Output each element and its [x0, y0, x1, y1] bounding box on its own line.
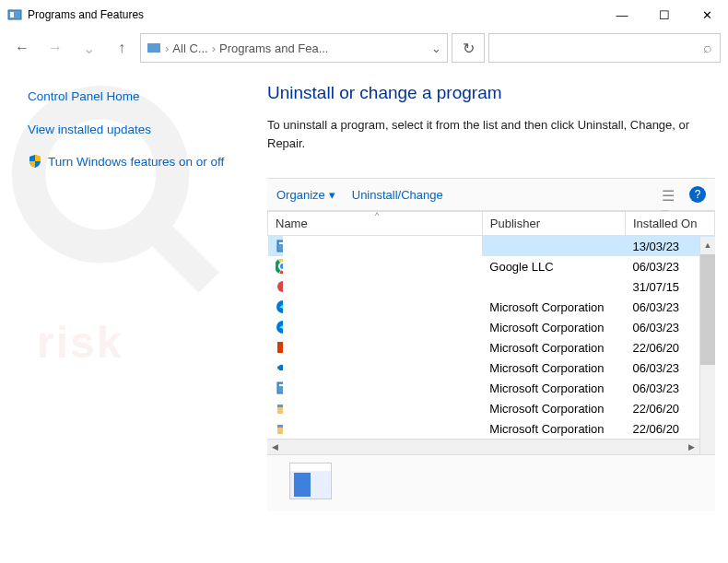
preview-pane — [267, 454, 715, 511]
svg-rect-15 — [277, 342, 283, 353]
breadcrumb-1[interactable]: All C... — [172, 41, 207, 55]
svg-rect-21 — [277, 425, 283, 428]
svg-rect-5 — [277, 240, 283, 252]
program-icon — [276, 239, 283, 253]
column-publisher[interactable]: Publisher — [482, 212, 625, 236]
svg-point-12 — [277, 281, 283, 292]
up-button[interactable]: ↑ — [107, 33, 136, 63]
minimize-button[interactable]: — — [601, 0, 643, 29]
program-icon — [276, 340, 283, 355]
program-icon — [276, 279, 283, 294]
page-description: To uninstall a program, select it from t… — [267, 116, 715, 152]
close-button[interactable]: ✕ — [686, 0, 728, 29]
svg-rect-19 — [277, 405, 283, 407]
control-panel-home-link[interactable]: Control Panel Home — [28, 88, 230, 105]
program-row[interactable]: Microsoft EdgeMicrosoft Corporation06/03… — [268, 297, 715, 317]
program-icon — [276, 381, 283, 395]
program-publisher: Google LLC — [482, 256, 625, 276]
windows-features-link[interactable]: Turn Windows features on or off — [48, 154, 224, 170]
maximize-button[interactable]: ☐ — [643, 0, 686, 29]
program-publisher: Microsoft Corporation — [482, 418, 625, 439]
vertical-scrollbar[interactable]: ▲ — [699, 237, 715, 454]
program-icon — [276, 360, 283, 375]
program-row[interactable]: Communique13/03/23 — [268, 236, 715, 257]
program-icon — [276, 401, 283, 416]
control-panel-icon — [7, 7, 22, 22]
program-row[interactable]: Microsoft Update Health ToolsMicrosoft C… — [268, 378, 715, 398]
forward-button[interactable]: → — [41, 33, 70, 63]
program-publisher: Microsoft Corporation — [482, 398, 625, 418]
organize-button[interactable]: Organize ▾ — [276, 188, 335, 202]
search-input[interactable]: ⌕ — [488, 33, 721, 63]
refresh-button[interactable]: ↻ — [452, 33, 485, 63]
program-row[interactable]: KMSpico31/07/15 — [268, 276, 715, 297]
svg-rect-17 — [279, 384, 283, 386]
program-icon — [276, 320, 283, 334]
preview-thumbnail — [289, 463, 332, 499]
column-name[interactable]: Name — [268, 212, 483, 236]
horizontal-scrollbar[interactable]: ◀ ▶ — [267, 439, 699, 454]
svg-rect-3 — [10, 12, 14, 18]
program-publisher: Microsoft Corporation — [482, 297, 625, 317]
svg-rect-4 — [147, 43, 160, 53]
search-icon: ⌕ — [703, 40, 712, 56]
program-row[interactable]: Microsoft Visual C++ 2015 Re...Microsoft… — [268, 398, 715, 418]
shield-icon — [28, 154, 42, 169]
back-button[interactable]: ← — [7, 33, 37, 63]
program-row[interactable]: Microsoft Office Professional P...Micros… — [268, 337, 715, 358]
program-row[interactable]: Microsoft Edge WebView2 Ru...Microsoft C… — [268, 317, 715, 337]
view-options-button[interactable]: ☰ ▾ — [662, 187, 680, 202]
address-dropdown-icon[interactable]: ⌄ — [431, 41, 441, 55]
program-publisher: Microsoft Corporation — [482, 378, 625, 398]
recent-dropdown[interactable]: ⌄ — [74, 33, 103, 63]
breadcrumb-2[interactable]: Programs and Fea... — [219, 41, 329, 55]
program-publisher: Microsoft Corporation — [482, 337, 625, 358]
page-heading: Uninstall or change a program — [267, 83, 715, 103]
window-title: Programs and Features — [28, 8, 601, 21]
address-bar[interactable]: › All C... › Programs and Fea... ⌄ — [140, 33, 448, 63]
program-icon — [276, 299, 283, 314]
program-publisher — [482, 276, 625, 297]
program-row[interactable]: Google ChromeGoogle LLC06/03/23 — [268, 256, 715, 276]
program-icon — [276, 421, 283, 436]
uninstall-change-button[interactable]: Uninstall/Change — [352, 188, 443, 202]
svg-rect-6 — [279, 242, 283, 244]
column-installed[interactable]: Installed On — [625, 212, 714, 236]
program-publisher: Microsoft Corporation — [482, 317, 625, 337]
view-installed-updates-link[interactable]: View installed updates — [28, 122, 230, 138]
program-row[interactable]: Microsoft Visual C++ 2015 Re...Microsoft… — [268, 418, 715, 439]
help-button[interactable]: ? — [689, 186, 706, 203]
program-publisher — [482, 236, 625, 257]
svg-rect-16 — [277, 382, 283, 393]
program-publisher: Microsoft Corporation — [482, 358, 625, 378]
folder-icon — [147, 41, 161, 55]
program-icon — [276, 259, 283, 274]
program-row[interactable]: Microsoft OneDriveMicrosoft Corporation0… — [268, 358, 715, 378]
